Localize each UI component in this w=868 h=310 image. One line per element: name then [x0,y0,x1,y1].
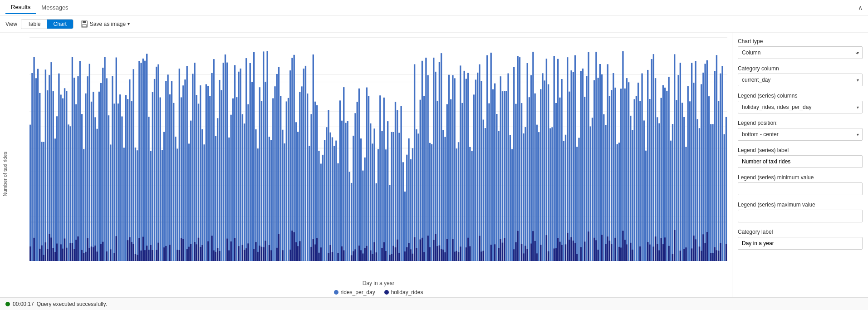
svg-rect-493 [567,57,568,261]
svg-rect-529 [607,236,608,261]
legend-series-columns-select[interactable]: holiday_rides, rides_per_day [738,101,863,113]
svg-rect-498 [570,237,572,261]
svg-rect-476 [548,84,549,261]
svg-rect-241 [274,86,275,261]
legend-position-select-wrapper[interactable]: bottom - center ▾ [738,128,863,141]
svg-rect-273 [314,102,316,261]
svg-rect-294 [339,100,341,261]
legend-series-label-label: Legend (series) label [738,147,863,153]
svg-rect-183 [207,241,209,261]
category-column-select-wrapper[interactable]: current_day ▾ [738,74,863,86]
svg-rect-398 [454,78,455,261]
tab-messages[interactable]: Messages [36,1,74,14]
legend-series-columns-select-wrapper[interactable]: holiday_rides, rides_per_day ▾ [738,101,863,113]
table-button[interactable]: Table [21,20,47,29]
chart-type-select[interactable]: Column [738,46,863,59]
chart-button[interactable]: Chart [47,20,73,29]
svg-rect-601 [693,83,694,261]
legend-series-label-input[interactable] [738,155,863,168]
svg-rect-281 [322,155,324,261]
svg-rect-572 [658,123,660,261]
svg-rect-575 [661,238,662,261]
svg-rect-475 [546,235,547,261]
svg-rect-621 [714,71,716,261]
svg-rect-231 [263,51,264,261]
svg-rect-587 [674,230,675,261]
svg-rect-158 [181,97,182,261]
svg-rect-326 [376,183,377,261]
legend-series-min-input[interactable] [738,182,863,195]
svg-rect-462 [530,244,532,261]
legend-position-select[interactable]: bottom - center [738,128,863,141]
save-as-image-button[interactable]: Save as image ▾ [77,19,133,30]
status-time: 00:00:17 [13,301,34,307]
svg-rect-67 [77,76,78,261]
svg-rect-602 [693,236,694,261]
svg-rect-172 [196,95,197,261]
svg-rect-208 [238,72,239,261]
svg-rect-439 [504,91,505,261]
svg-rect-599 [691,63,692,261]
svg-rect-61 [72,57,73,261]
svg-rect-143 [162,150,163,261]
svg-rect-272 [313,239,314,261]
svg-rect-360 [412,254,413,261]
category-label-input[interactable] [738,237,863,250]
svg-rect-479 [551,127,553,261]
svg-rect-546 [626,78,628,261]
svg-rect-209 [238,246,239,261]
svg-rect-432 [496,114,497,261]
svg-rect-420 [481,81,482,261]
svg-rect-269 [310,114,312,261]
svg-rect-129 [146,54,147,261]
svg-rect-297 [343,87,344,261]
collapse-button[interactable]: ∧ [858,4,863,11]
svg-rect-300 [347,121,348,261]
svg-rect-623 [716,55,717,261]
svg-rect-566 [653,54,654,261]
svg-rect-233 [265,82,266,261]
svg-rect-149 [169,94,171,261]
svg-rect-213 [244,123,245,261]
svg-rect-337 [389,185,390,261]
chart-type-select-wrapper[interactable]: Column ▾ [738,46,863,59]
svg-rect-309 [358,89,360,261]
svg-rect-228 [259,246,260,261]
svg-rect-168 [190,244,191,261]
svg-rect-74 [85,93,86,261]
svg-rect-463 [532,52,534,261]
svg-rect-165 [188,143,190,261]
svg-rect-518 [595,52,597,261]
y-axis-label: Number of taxi rides [2,152,8,196]
svg-rect-539 [618,247,620,261]
svg-rect-222 [253,249,255,261]
svg-rect-482 [555,103,557,261]
svg-rect-464 [532,231,534,261]
svg-rect-111 [129,79,130,261]
svg-rect-299 [345,123,346,261]
svg-rect-238 [270,140,272,261]
svg-rect-388 [442,130,444,261]
legend-series-max-input[interactable] [738,210,863,222]
svg-rect-526 [605,125,606,261]
category-column-select[interactable]: current_day [738,74,863,86]
svg-rect-25 [33,57,34,261]
svg-rect-263 [299,241,300,261]
svg-rect-195 [221,90,222,261]
svg-rect-266 [305,66,306,261]
svg-rect-565 [651,59,652,261]
svg-rect-190 [215,252,216,261]
svg-rect-578 [664,88,666,261]
tab-results[interactable]: Results [5,1,36,14]
svg-rect-390 [444,137,446,261]
svg-rect-328 [378,149,379,261]
legend-position-field: Legend position: bottom - center ▾ [738,120,863,141]
svg-rect-386 [441,53,442,261]
svg-rect-370 [423,96,425,261]
svg-rect-535 [614,88,616,261]
svg-rect-136 [152,250,153,261]
view-label: View [5,21,17,27]
svg-rect-73 [83,253,84,261]
svg-rect-596 [685,247,687,261]
svg-rect-384 [439,62,440,261]
